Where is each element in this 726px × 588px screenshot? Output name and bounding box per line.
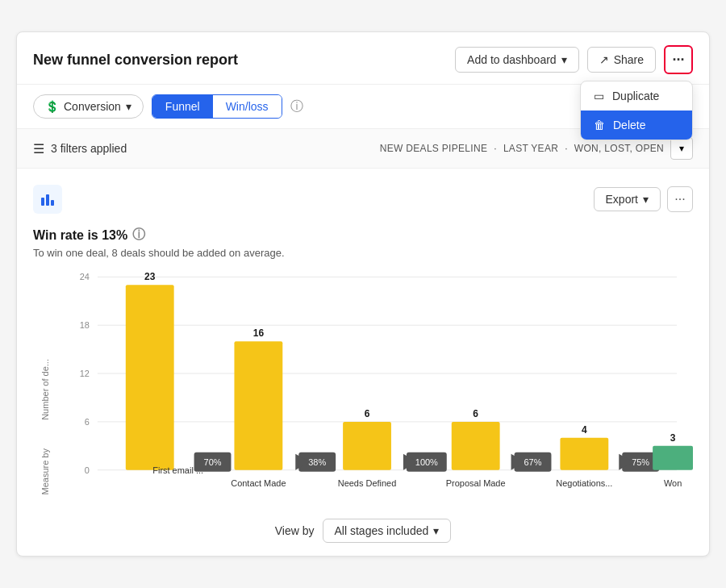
bar-needs-defined[interactable] xyxy=(343,422,391,470)
svg-text:0: 0 xyxy=(85,465,90,475)
win-rate-info-icon[interactable]: ⓘ xyxy=(132,227,145,244)
view-by-label: View by xyxy=(275,524,315,537)
svg-text:70%: 70% xyxy=(204,457,222,467)
svg-text:18: 18 xyxy=(80,320,90,330)
dots-icon: ··· xyxy=(672,52,684,69)
measure-by-label: Measure by xyxy=(40,448,50,494)
add-dashboard-label: Add to dashboard xyxy=(467,53,557,66)
page-title: New funnel conversion report xyxy=(33,52,238,69)
measure-by-label-container: Measure by xyxy=(33,448,57,494)
filters-right: NEW DEALS PIPELINE · LAST YEAR · WON, LO… xyxy=(380,137,693,160)
filter-icon: ☰ xyxy=(33,141,44,156)
bar-contact-made[interactable] xyxy=(234,341,282,470)
export-button[interactable]: Export ▾ xyxy=(594,187,661,211)
svg-text:Needs Defined: Needs Defined xyxy=(338,478,397,488)
svg-text:12: 12 xyxy=(80,369,90,378)
chart-toolbar: Export ▾ ··· xyxy=(33,185,693,214)
view-by-row: View by All stages included ▾ xyxy=(33,519,693,543)
svg-text:Proposal Made: Proposal Made xyxy=(446,478,506,488)
filters-applied-label: 3 filters applied xyxy=(51,142,127,155)
bar-proposal-made[interactable] xyxy=(452,422,500,470)
status-label: WON, LOST, OPEN xyxy=(574,143,664,154)
trash-icon: 🗑 xyxy=(594,119,605,131)
svg-text:Negotiations...: Negotiations... xyxy=(556,478,612,488)
svg-text:Won: Won xyxy=(664,478,682,488)
chevron-down-icon: ▾ xyxy=(643,193,649,206)
delete-label: Delete xyxy=(613,119,645,131)
chart-area: Number of de... Measure by 24 18 12 6 0 xyxy=(33,269,693,543)
svg-text:24: 24 xyxy=(80,272,90,281)
main-card: New funnel conversion report Add to dash… xyxy=(16,31,710,557)
chart-type-button[interactable] xyxy=(33,185,62,214)
chevron-down-icon: ▾ xyxy=(433,524,439,537)
bar-chart-icon xyxy=(40,191,56,207)
svg-rect-2 xyxy=(51,200,54,206)
pipeline-label: NEW DEALS PIPELINE xyxy=(380,143,487,154)
svg-text:6: 6 xyxy=(473,408,478,419)
svg-text:23: 23 xyxy=(144,271,156,282)
dot-separator-2: · xyxy=(565,143,568,154)
view-by-select[interactable]: All stages included ▾ xyxy=(323,519,452,543)
bar-chart-svg: 24 18 12 6 0 23 First email ... 70% 16 C… xyxy=(65,269,693,503)
svg-text:38%: 38% xyxy=(308,457,326,467)
svg-text:3: 3 xyxy=(670,432,676,444)
chart-toolbar-right: Export ▾ ··· xyxy=(594,186,693,212)
delete-menu-item[interactable]: 🗑 Delete xyxy=(581,111,692,140)
svg-rect-1 xyxy=(46,194,49,206)
chevron-down-icon: ▾ xyxy=(126,100,131,113)
duplicate-menu-item[interactable]: ▭ Duplicate xyxy=(581,81,692,111)
bar-first-email[interactable] xyxy=(126,285,174,469)
chart-section: Export ▾ ··· Win rate is 13% ⓘ To win on… xyxy=(17,169,709,556)
dollar-icon: 💲 xyxy=(45,100,59,113)
win-rate-subtitle: To win one deal, 8 deals should be added… xyxy=(33,247,693,259)
tab-funnel[interactable]: Funnel xyxy=(152,95,213,118)
share-button[interactable]: ↗ Share xyxy=(587,47,656,73)
svg-text:4: 4 xyxy=(582,424,587,436)
export-label: Export xyxy=(606,193,638,206)
filters-left: ☰ 3 filters applied xyxy=(33,141,127,156)
filters-expand-button[interactable]: ▾ xyxy=(670,137,693,160)
win-rate-title: Win rate is 13% ⓘ xyxy=(33,227,693,244)
svg-text:16: 16 xyxy=(253,327,265,339)
more-options-button[interactable]: ··· xyxy=(664,45,693,74)
svg-text:75%: 75% xyxy=(632,457,649,467)
view-by-value: All stages included xyxy=(335,524,429,537)
tab-group: Funnel Win/loss xyxy=(152,94,282,119)
svg-rect-0 xyxy=(41,198,44,206)
header-actions: Add to dashboard ▾ ↗ Share ··· ▭ Duplica… xyxy=(455,45,693,74)
add-to-dashboard-button[interactable]: Add to dashboard ▾ xyxy=(455,47,579,73)
svg-text:Contact Made: Contact Made xyxy=(231,478,286,488)
duplicate-label: Duplicate xyxy=(612,90,659,102)
win-rate-section: Win rate is 13% ⓘ To win one deal, 8 dea… xyxy=(33,227,693,259)
svg-text:100%: 100% xyxy=(415,457,438,467)
duplicate-icon: ▭ xyxy=(594,90,604,102)
share-icon: ↗ xyxy=(599,53,609,66)
period-label: LAST YEAR xyxy=(503,143,558,154)
chevron-down-icon: ▾ xyxy=(679,143,684,154)
svg-text:6: 6 xyxy=(365,408,370,419)
share-label: Share xyxy=(614,53,644,66)
dropdown-menu: ▭ Duplicate 🗑 Delete xyxy=(580,81,693,140)
header: New funnel conversion report Add to dash… xyxy=(17,32,709,85)
conversion-label: Conversion xyxy=(64,100,121,113)
conversion-button[interactable]: 💲 Conversion ▾ xyxy=(33,94,144,119)
svg-text:6: 6 xyxy=(85,417,90,427)
chart-more-button[interactable]: ··· xyxy=(667,186,693,212)
bar-negotiations[interactable] xyxy=(560,438,608,470)
svg-text:67%: 67% xyxy=(524,457,542,467)
tab-winloss[interactable]: Win/loss xyxy=(213,95,282,118)
bar-won[interactable] xyxy=(653,446,693,470)
dot-separator-1: · xyxy=(494,143,497,154)
y-axis-label: Number of de... xyxy=(40,359,50,420)
info-icon[interactable]: ⓘ xyxy=(290,98,303,115)
dots-icon: ··· xyxy=(674,192,685,206)
chevron-down-icon: ▾ xyxy=(561,53,567,66)
